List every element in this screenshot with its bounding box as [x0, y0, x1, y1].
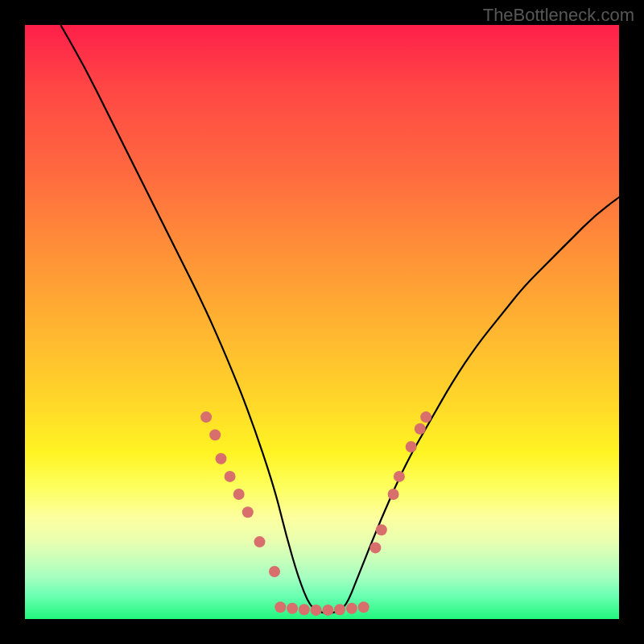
data-point [346, 603, 357, 614]
data-point [376, 524, 387, 535]
plot-area [25, 25, 619, 619]
data-point [287, 603, 298, 614]
data-point [269, 566, 280, 577]
data-point [242, 506, 254, 518]
curve-layer [25, 25, 619, 619]
data-point [394, 471, 405, 482]
data-point [275, 601, 286, 613]
data-point [415, 423, 426, 435]
data-point [420, 411, 431, 423]
data-point [209, 429, 221, 440]
data-point [406, 441, 417, 452]
data-point [299, 604, 310, 615]
data-point [254, 536, 266, 547]
data-point [200, 411, 212, 423]
data-point [216, 453, 227, 464]
watermark-text: TheBottleneck.com [483, 5, 634, 26]
data-point [233, 489, 245, 500]
data-point [322, 605, 333, 616]
data-point [225, 471, 236, 482]
data-point [388, 489, 399, 500]
chart-frame: TheBottleneck.com [0, 0, 644, 644]
data-point [369, 542, 381, 553]
data-point [334, 604, 345, 615]
data-point [311, 605, 322, 616]
bottleneck-curve [60, 25, 619, 613]
data-point [358, 601, 369, 613]
marker-layer [200, 411, 431, 616]
